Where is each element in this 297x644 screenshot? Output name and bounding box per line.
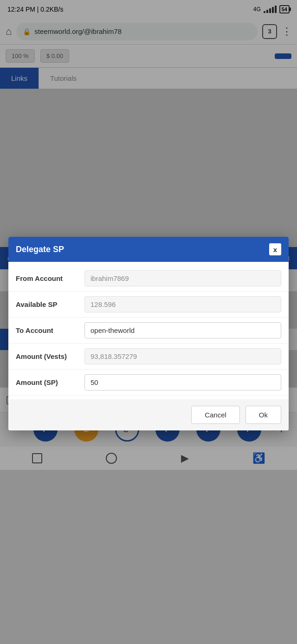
to-account-label: To Account bbox=[16, 326, 84, 334]
ok-button[interactable]: Ok bbox=[245, 406, 281, 424]
dialog-title: Delegate SP bbox=[16, 245, 64, 254]
amount-vests-row: Amount (Vests) bbox=[8, 344, 289, 370]
dialog-body: From Account Available SP To Account Amo… bbox=[8, 262, 289, 399]
cancel-button[interactable]: Cancel bbox=[191, 406, 240, 424]
available-sp-label: Available SP bbox=[16, 300, 84, 308]
to-account-row: To Account bbox=[8, 318, 289, 344]
dialog-footer: Cancel Ok bbox=[8, 399, 289, 430]
amount-vests-label: Amount (Vests) bbox=[16, 352, 84, 360]
available-sp-input bbox=[84, 296, 281, 312]
amount-vests-input bbox=[84, 348, 281, 364]
amount-sp-input[interactable] bbox=[84, 374, 281, 390]
from-account-row: From Account bbox=[8, 266, 289, 292]
available-sp-row: Available SP bbox=[8, 292, 289, 318]
from-account-input[interactable] bbox=[84, 270, 281, 286]
amount-sp-row: Amount (SP) bbox=[8, 370, 289, 396]
amount-sp-label: Amount (SP) bbox=[16, 378, 84, 386]
from-account-label: From Account bbox=[16, 274, 84, 282]
dialog-close-button[interactable]: x bbox=[269, 243, 281, 255]
dialog-header: Delegate SP x bbox=[8, 237, 289, 262]
delegate-sp-dialog: Delegate SP x From Account Available SP … bbox=[8, 237, 289, 430]
to-account-input[interactable] bbox=[84, 322, 281, 338]
